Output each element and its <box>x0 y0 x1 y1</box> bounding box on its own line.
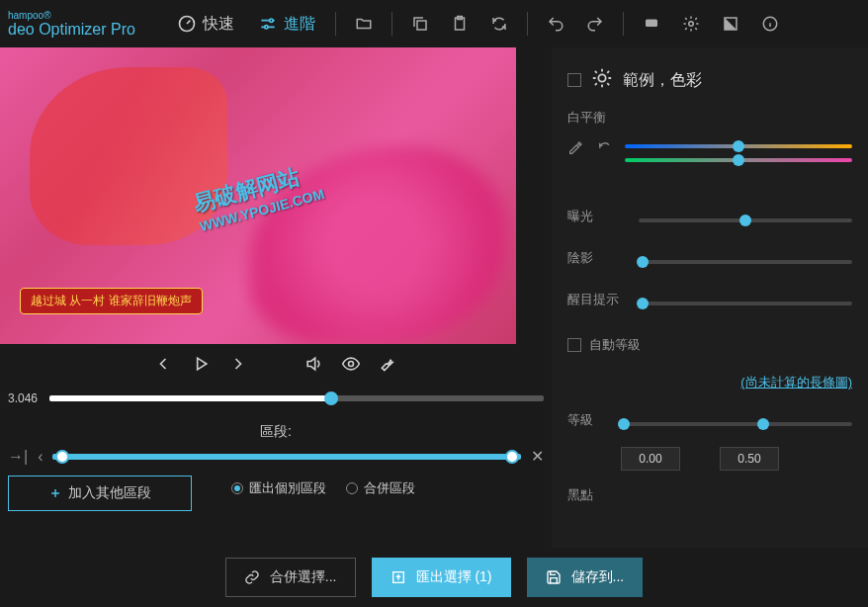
panel-enable-checkbox[interactable] <box>567 73 581 87</box>
shadow-label: 陰影 <box>567 249 627 267</box>
copy-button[interactable] <box>400 4 440 43</box>
watermark: 易破解网站 WWW.YPOJIE.COM <box>190 157 325 234</box>
undo-icon <box>547 15 564 33</box>
eye-icon <box>341 354 361 374</box>
redo-button[interactable] <box>575 4 615 43</box>
divider <box>391 12 392 36</box>
panel-title: 範例，色彩 <box>623 70 702 91</box>
play-button[interactable] <box>191 354 211 378</box>
wb-tint-slider[interactable] <box>625 158 852 162</box>
divider <box>335 12 336 36</box>
segment-prev-button[interactable]: ‹ <box>38 448 43 466</box>
highlight-slider[interactable] <box>639 302 852 305</box>
plus-icon: ＋ <box>48 484 62 502</box>
histogram-link[interactable]: (尚未計算的長條圖) <box>567 366 852 411</box>
copy-icon <box>411 15 429 33</box>
add-segment-button[interactable]: ＋ 加入其他區段 <box>8 476 192 511</box>
segment-row: →| ‹ ✕ <box>0 447 552 466</box>
level-label: 等級 <box>567 411 607 429</box>
chevron-right-icon <box>228 354 248 374</box>
shadow-slider[interactable] <box>639 260 852 264</box>
svg-point-7 <box>689 22 694 27</box>
gear-icon <box>682 15 700 33</box>
save-to-label: 儲存到... <box>571 568 625 586</box>
svg-rect-6 <box>646 20 657 28</box>
playback-controls <box>0 344 552 388</box>
comment-icon <box>643 15 660 33</box>
divider <box>527 12 528 36</box>
save-to-button[interactable]: 儲存到... <box>527 558 644 597</box>
merge-select-button[interactable]: 合併選擇... <box>225 558 356 597</box>
mode-advanced-button[interactable]: 進階 <box>246 8 327 41</box>
info-button[interactable] <box>750 4 790 43</box>
redo-icon <box>586 15 604 33</box>
merge-segments-radio[interactable]: 合併區段 <box>346 479 415 497</box>
export-individual-label: 匯出個別區段 <box>249 479 326 497</box>
contrast-button[interactable] <box>711 4 750 43</box>
refresh-icon <box>490 15 508 33</box>
highlight-label: 醒目提示 <box>567 291 627 308</box>
timeline: 3.046 <box>0 388 552 409</box>
brand-name: hampoo® <box>8 10 135 21</box>
export-individual-radio[interactable]: 匯出個別區段 <box>231 479 326 497</box>
export-select-label: 匯出選擇 (1) <box>416 568 492 586</box>
level-slider[interactable] <box>619 422 852 426</box>
folder-button[interactable] <box>344 4 384 43</box>
link-icon <box>244 569 260 585</box>
undo-button[interactable] <box>536 4 575 43</box>
level-min-input[interactable] <box>621 447 680 471</box>
export-select-button[interactable]: 匯出選擇 (1) <box>372 558 511 597</box>
merge-select-label: 合併選擇... <box>270 568 337 586</box>
tools-button[interactable] <box>379 354 398 378</box>
radio-checked-icon <box>231 482 243 494</box>
auto-level-checkbox[interactable] <box>567 338 581 352</box>
volume-icon <box>304 354 323 374</box>
volume-button[interactable] <box>304 354 323 378</box>
subtitle: 越过城 从一村 谁家辞旧鞭炮声 <box>20 288 203 314</box>
contrast-icon <box>722 15 739 33</box>
video-preview[interactable]: 易破解网站 WWW.YPOJIE.COM 越过城 从一村 谁家辞旧鞭炮声 <box>0 47 516 344</box>
reset-icon[interactable] <box>597 140 613 156</box>
wb-temp-slider[interactable] <box>625 144 852 148</box>
time-label: 3.046 <box>8 391 38 405</box>
next-frame-button[interactable] <box>228 354 248 378</box>
logo: hampoo® deo Optimizer Pro <box>8 10 135 39</box>
wrench-icon <box>379 354 398 374</box>
mode-fast-button[interactable]: 快速 <box>165 8 246 41</box>
divider <box>623 12 624 36</box>
segment-remove-button[interactable]: ✕ <box>531 447 544 466</box>
segment-range-slider[interactable] <box>52 454 521 460</box>
save-icon <box>546 569 562 585</box>
refresh-button[interactable] <box>479 4 519 43</box>
sliders-icon <box>258 14 278 34</box>
folder-icon <box>355 15 373 33</box>
export-icon <box>391 569 406 585</box>
svg-rect-3 <box>417 21 426 30</box>
svg-point-2 <box>265 26 268 29</box>
paste-button[interactable] <box>440 4 479 43</box>
add-segment-label: 加入其他區段 <box>68 484 151 502</box>
comment-button[interactable] <box>632 4 671 43</box>
merge-segments-label: 合併區段 <box>364 479 415 497</box>
black-point-label: 黑點 <box>567 486 852 504</box>
level-max-input[interactable] <box>720 447 779 471</box>
product-name: deo Optimizer Pro <box>8 21 135 39</box>
visibility-button[interactable] <box>341 354 361 378</box>
speedometer-icon <box>177 14 197 34</box>
mode-advanced-label: 進階 <box>284 14 315 35</box>
timeline-slider[interactable] <box>49 395 544 401</box>
settings-button[interactable] <box>671 4 711 43</box>
prev-frame-button[interactable] <box>153 354 173 378</box>
segment-first-button[interactable]: →| <box>8 448 28 466</box>
eyedropper-icon[interactable] <box>567 140 583 156</box>
mode-fast-label: 快速 <box>203 14 234 35</box>
header: hampoo® deo Optimizer Pro 快速 進階 <box>0 0 868 47</box>
svg-point-9 <box>349 362 354 367</box>
exposure-label: 曝光 <box>567 208 627 225</box>
exposure-slider[interactable] <box>639 218 852 222</box>
white-balance-label: 白平衡 <box>567 109 852 127</box>
radio-unchecked-icon <box>346 482 358 494</box>
info-icon <box>761 15 779 33</box>
svg-point-1 <box>270 19 273 22</box>
adjustments-panel: 範例，色彩 白平衡 曝光 陰影 <box>552 47 868 548</box>
